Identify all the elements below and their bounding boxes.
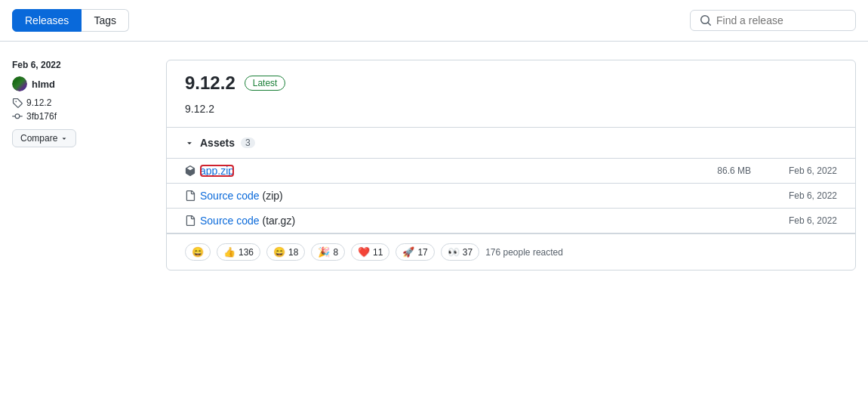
reactions-row: 😄 👍 136 😄 18 🎉 8 ❤️ 11	[167, 233, 855, 270]
avatar-image	[12, 76, 27, 91]
reaction-smiley[interactable]: 😄	[185, 243, 211, 261]
assets-count: 3	[241, 138, 255, 148]
release-title-row: 9.12.2 Latest	[185, 73, 837, 94]
rocket-emoji: 🚀	[402, 246, 414, 258]
tada-count: 8	[333, 247, 338, 258]
commit-value: 3fb176f	[26, 111, 57, 122]
asset-row: Source code (tar.gz) Feb 6, 2022	[167, 209, 855, 233]
commit-icon	[12, 111, 23, 122]
smiley-emoji: 😄	[192, 246, 204, 258]
search-icon	[700, 14, 712, 26]
release-header: 9.12.2 Latest 9.12.2	[167, 60, 855, 128]
tag-row: 9.12.2	[12, 97, 148, 108]
chevron-down-icon	[60, 134, 68, 142]
asset-name-src-targz: Source code (tar.gz)	[200, 215, 295, 227]
username[interactable]: hlmd	[32, 79, 55, 90]
reaction-thumbsup[interactable]: 👍 136	[217, 243, 260, 261]
asset-name-srctargz: Source code (tar.gz)	[185, 215, 691, 227]
source-code-zip-link[interactable]: Source code	[200, 190, 260, 202]
reaction-heart[interactable]: ❤️ 11	[351, 243, 389, 261]
reaction-smile[interactable]: 😄 18	[266, 243, 305, 261]
main-content: Feb 6, 2022 hlmd 9.12.2 3fb176f Compare	[0, 42, 868, 289]
package-icon	[185, 165, 195, 176]
asset-row: app.zip 86.6 MB Feb 6, 2022	[167, 159, 855, 184]
asset-name-appzip: app.zip	[185, 165, 691, 177]
eyes-count: 37	[463, 247, 472, 258]
tada-emoji: 🎉	[318, 246, 330, 258]
thumbsup-emoji: 👍	[223, 246, 235, 258]
reaction-tada[interactable]: 🎉 8	[311, 243, 345, 261]
tag-icon	[12, 97, 23, 108]
tab-tags[interactable]: Tags	[82, 9, 129, 32]
compare-button[interactable]: Compare	[12, 129, 76, 147]
sidebar: Feb 6, 2022 hlmd 9.12.2 3fb176f Compare	[12, 60, 148, 271]
asset-row: Source code (zip) Feb 6, 2022	[167, 184, 855, 209]
thumbsup-count: 136	[239, 247, 254, 258]
asset-name-srczip: Source code (zip)	[185, 190, 691, 202]
compare-label: Compare	[20, 133, 57, 144]
smile-emoji: 😄	[273, 246, 285, 258]
file-icon	[185, 215, 195, 226]
triangle-down-icon	[185, 138, 194, 147]
asset-suffix-zip: (zip)	[260, 190, 283, 202]
tab-releases[interactable]: Releases	[12, 9, 82, 32]
latest-badge: Latest	[245, 76, 286, 91]
sidebar-user: hlmd	[12, 76, 148, 91]
tab-group: Releases Tags	[12, 9, 129, 32]
source-code-targz-link[interactable]: Source code	[200, 215, 260, 227]
release-card: 9.12.2 Latest 9.12.2 Assets 3 app.z	[166, 60, 856, 271]
asset-date-srczip: Feb 6, 2022	[769, 190, 837, 201]
reaction-rocket[interactable]: 🚀 17	[396, 243, 434, 261]
heart-emoji: ❤️	[358, 246, 370, 258]
asset-size-appzip: 86.6 MB	[691, 165, 751, 176]
search-input[interactable]	[716, 14, 846, 26]
assets-title: Assets	[200, 137, 235, 149]
release-date: Feb 6, 2022	[12, 60, 148, 70]
file-icon	[185, 190, 195, 201]
assets-section: Assets 3 app.zip 86.6 MB Feb 6, 2022	[167, 128, 855, 270]
rocket-count: 17	[417, 247, 427, 258]
heart-count: 11	[373, 247, 383, 258]
tag-value: 9.12.2	[26, 97, 51, 108]
search-box	[690, 10, 856, 31]
asset-suffix-targz: (tar.gz)	[260, 215, 295, 227]
avatar	[12, 76, 27, 91]
reactions-summary: 176 people reacted	[485, 247, 563, 258]
assets-header[interactable]: Assets 3	[167, 128, 855, 159]
top-bar: Releases Tags	[0, 0, 868, 42]
asset-date-srctargz: Feb 6, 2022	[769, 215, 837, 226]
release-body: 9.12.2	[185, 103, 837, 115]
reaction-eyes[interactable]: 👀 37	[441, 243, 479, 261]
asset-link-appzip[interactable]: app.zip	[200, 165, 234, 177]
commit-row: 3fb176f	[12, 111, 148, 122]
eyes-emoji: 👀	[448, 246, 460, 258]
asset-name-src-zip: Source code (zip)	[200, 190, 283, 202]
release-version: 9.12.2	[185, 73, 235, 94]
smile-count: 18	[288, 247, 298, 258]
asset-date-appzip: Feb 6, 2022	[769, 165, 837, 176]
